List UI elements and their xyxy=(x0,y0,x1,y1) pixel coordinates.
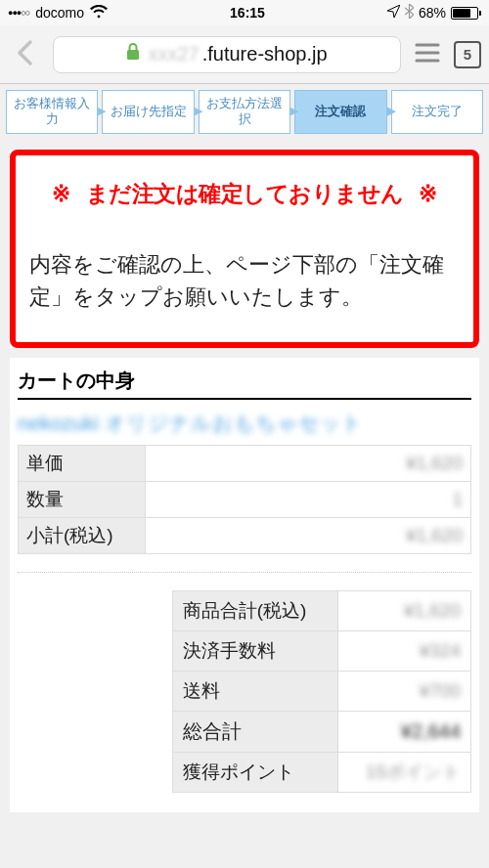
battery-icon xyxy=(451,7,481,20)
wifi-icon xyxy=(90,5,108,22)
bluetooth-icon xyxy=(405,4,414,22)
cart-heading: カートの中身 xyxy=(18,368,471,400)
address-bar[interactable]: xxx27 .future-shop.jp xyxy=(53,36,401,73)
notice-title-text: まだ注文は確定しておりません xyxy=(86,181,404,206)
carrier-label: docomo xyxy=(35,5,84,21)
back-button[interactable] xyxy=(8,39,43,70)
checkout-steps: お客様情報入力▶ お届け先指定▶ お支払方法選択▶ 注文確認▶ 注文完了 xyxy=(0,84,489,144)
step-delivery[interactable]: お届け先指定▶ xyxy=(102,90,194,134)
table-row-grand-total: 総合計¥2,644 xyxy=(172,711,470,752)
tabs-button[interactable]: 5 xyxy=(454,41,481,68)
separator xyxy=(18,572,471,573)
svg-rect-0 xyxy=(127,50,139,60)
table-row: 数量1 xyxy=(19,481,471,517)
notice-symbol-left: ※ xyxy=(52,181,70,206)
lock-icon xyxy=(126,43,140,65)
browser-nav: xxx27 .future-shop.jp 5 xyxy=(0,25,489,84)
status-bar: ●●●○○ docomo 16:15 68% xyxy=(0,0,489,25)
url-text: .future-shop.jp xyxy=(202,43,328,65)
cart-section: カートの中身 nekozuki オリジナルおもちゃセット 単価¥1,620 数量… xyxy=(10,358,479,812)
step-complete: 注文完了 xyxy=(391,90,483,134)
signal-dots: ●●●○○ xyxy=(8,8,29,18)
notice-body-text: 内容をご確認の上、ページ下部の「注文確定」をタップお願いいたします。 xyxy=(29,248,460,313)
url-subdomain: xxx27 xyxy=(148,43,199,65)
step-customer-info[interactable]: お客様情報入力▶ xyxy=(6,90,98,134)
item-table: 単価¥1,620 数量1 小計(税込)¥1,620 xyxy=(18,445,471,554)
table-row: 獲得ポイント15ポイント xyxy=(172,752,470,792)
table-row: 送料¥700 xyxy=(172,671,470,711)
order-not-final-notice: ※ まだ注文は確定しておりません ※ 内容をご確認の上、ページ下部の「注文確定」… xyxy=(10,150,479,348)
table-row: 商品合計(税込)¥1,620 xyxy=(172,590,470,630)
location-icon xyxy=(387,5,400,21)
tab-count: 5 xyxy=(464,46,471,63)
menu-button[interactable] xyxy=(411,42,444,67)
table-row: 小計(税込)¥1,620 xyxy=(19,517,471,553)
notice-symbol-right: ※ xyxy=(419,181,437,206)
step-payment[interactable]: お支払方法選択▶ xyxy=(199,90,290,134)
table-row: 決済手数料¥324 xyxy=(172,630,470,671)
totals-table: 商品合計(税込)¥1,620 決済手数料¥324 送料¥700 総合計¥2,64… xyxy=(172,590,471,793)
product-name[interactable]: nekozuki オリジナルおもちゃセット xyxy=(18,410,471,437)
battery-percent: 68% xyxy=(419,5,446,21)
step-confirm[interactable]: 注文確認▶ xyxy=(294,90,386,134)
table-row: 単価¥1,620 xyxy=(19,445,471,481)
clock: 16:15 xyxy=(230,5,265,21)
